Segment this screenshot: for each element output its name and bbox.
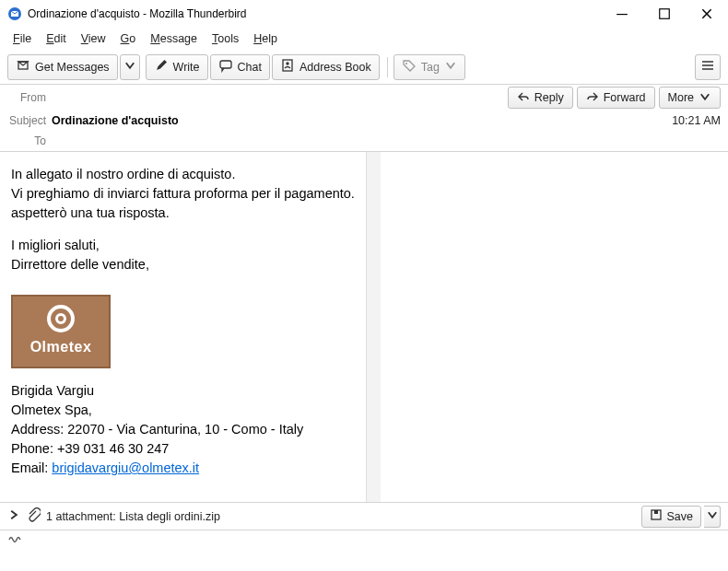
- menu-view[interactable]: View: [76, 29, 112, 48]
- logo-brand: Olmetex: [30, 336, 92, 357]
- expand-attachment-button[interactable]: [7, 508, 20, 524]
- svg-point-7: [405, 63, 407, 64]
- svg-rect-2: [660, 8, 670, 18]
- write-button[interactable]: Write: [146, 54, 208, 80]
- pencil-icon: [154, 58, 169, 76]
- forward-button[interactable]: Forward: [577, 87, 655, 109]
- close-button[interactable]: [686, 0, 728, 28]
- svg-rect-1: [616, 14, 628, 15]
- logo-ring-icon: [47, 305, 75, 332]
- chevron-down-icon: [706, 508, 719, 524]
- sig-company: Olmetex Spa,: [11, 401, 355, 420]
- app-menu-button[interactable]: [695, 54, 721, 80]
- sig-email-line: Email: brigidavargiu@olmetex.it: [11, 459, 355, 478]
- body-line: Dirrettore delle vendite,: [11, 255, 355, 274]
- chevron-down-icon: [444, 59, 457, 75]
- chat-icon: [218, 58, 233, 76]
- hamburger-icon: [700, 58, 715, 76]
- more-label: More: [668, 91, 694, 104]
- address-book-label: Address Book: [299, 61, 371, 74]
- sig-phone: Phone: +39 031 46 30 247: [11, 439, 355, 459]
- tag-label: Tag: [421, 61, 440, 74]
- body-line: aspetterò una tua risposta.: [11, 204, 355, 223]
- save-label: Save: [667, 510, 694, 523]
- reply-button[interactable]: Reply: [508, 87, 573, 109]
- attachment-label[interactable]: 1 attachment: Lista degli ordini.zip: [46, 510, 220, 523]
- toolbar-separator: [387, 57, 388, 77]
- address-book-icon: [280, 58, 295, 76]
- more-button[interactable]: More: [659, 87, 721, 109]
- save-icon: [650, 508, 663, 524]
- tag-icon: [402, 58, 417, 76]
- subject-value: Ordinazione d'acquisto: [52, 114, 179, 127]
- body-line: In allegato il nostro ordine di acquisto…: [11, 165, 355, 184]
- tag-button[interactable]: Tag: [393, 54, 465, 80]
- body-scrollbar[interactable]: [366, 152, 381, 502]
- menu-edit[interactable]: Edit: [41, 29, 72, 48]
- to-label: To: [7, 134, 52, 147]
- from-label: From: [7, 91, 52, 104]
- chat-label: Chat: [238, 61, 262, 74]
- forward-label: Forward: [604, 91, 646, 104]
- status-bar: [0, 530, 728, 552]
- menu-tools[interactable]: Tools: [206, 29, 244, 48]
- save-attachment-button[interactable]: Save: [641, 506, 702, 528]
- save-dropdown[interactable]: [704, 506, 721, 528]
- activity-icon: [7, 532, 22, 550]
- menu-go[interactable]: Go: [115, 29, 142, 48]
- download-icon: [16, 58, 30, 76]
- svg-rect-4: [220, 61, 231, 68]
- app-icon: [7, 6, 22, 21]
- minimize-button[interactable]: [601, 0, 643, 28]
- forward-icon: [586, 90, 599, 106]
- get-messages-dropdown[interactable]: [120, 54, 140, 80]
- subject-label: Subject: [7, 114, 52, 127]
- get-messages-label: Get Messages: [35, 61, 110, 74]
- sig-address: Address: 22070 - Via Canturina, 10 - Com…: [11, 420, 355, 439]
- message-header: From Reply Forward More Subject Ordinazi…: [0, 85, 728, 152]
- main-toolbar: Get Messages Write Chat Address Book Tag: [0, 50, 728, 85]
- body-line: Vi preghiamo di inviarci fattura proform…: [11, 184, 355, 204]
- window-controls: [601, 0, 728, 28]
- svg-point-6: [286, 62, 288, 64]
- company-logo: Olmetex: [11, 295, 111, 368]
- body-line: I migliori saluti,: [11, 236, 355, 255]
- menu-file[interactable]: File: [7, 29, 37, 48]
- menubar: File Edit View Go Message Tools Help: [0, 28, 728, 50]
- chevron-down-icon: [123, 59, 136, 75]
- reply-label: Reply: [534, 91, 564, 104]
- window-titlebar: Ordinazione d'acquisto - Mozilla Thunder…: [0, 0, 728, 28]
- reply-icon: [517, 90, 530, 106]
- message-body: In allegato il nostro ordine di acquisto…: [0, 152, 366, 502]
- svg-rect-9: [654, 510, 658, 514]
- write-label: Write: [173, 61, 200, 74]
- sig-email-link[interactable]: brigidavargiu@olmetex.it: [52, 460, 199, 475]
- window-title: Ordinazione d'acquisto - Mozilla Thunder…: [28, 7, 601, 20]
- chat-button[interactable]: Chat: [210, 54, 270, 80]
- sig-email-prefix: Email:: [11, 460, 52, 475]
- address-book-button[interactable]: Address Book: [272, 54, 380, 80]
- message-body-wrap: In allegato il nostro ordine di acquisto…: [0, 152, 728, 502]
- chevron-down-icon: [699, 90, 711, 106]
- paperclip-icon: [26, 507, 41, 525]
- sig-name: Brigida Vargiu: [11, 381, 355, 401]
- get-messages-button[interactable]: Get Messages: [7, 54, 118, 80]
- menu-help[interactable]: Help: [248, 29, 283, 48]
- svg-rect-5: [283, 60, 292, 71]
- maximize-button[interactable]: [643, 0, 686, 28]
- attachment-bar: 1 attachment: Lista degli ordini.zip Sav…: [0, 502, 728, 530]
- message-time: 10:21 AM: [672, 114, 721, 127]
- menu-message[interactable]: Message: [145, 29, 203, 48]
